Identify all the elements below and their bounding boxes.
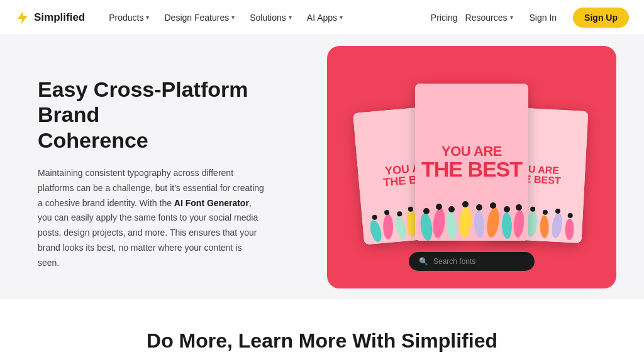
- pink-card: YOU AR THE BES: [327, 46, 616, 288]
- svg-point-35: [540, 216, 549, 238]
- chevron-down-icon: ▾: [340, 14, 343, 21]
- svg-point-25: [448, 206, 455, 212]
- design-card-center: YOU ARE THE BEST: [415, 84, 528, 241]
- svg-point-21: [501, 212, 512, 239]
- svg-point-1: [368, 219, 384, 243]
- svg-point-22: [513, 209, 525, 238]
- svg-point-27: [476, 204, 482, 211]
- chevron-down-icon: ▾: [146, 14, 149, 21]
- svg-point-42: [543, 210, 548, 215]
- logo-bolt-icon: [15, 10, 30, 25]
- svg-point-10: [397, 211, 402, 217]
- nav-item-design-features[interactable]: Design Features ▾: [158, 9, 241, 26]
- svg-point-23: [423, 208, 430, 214]
- svg-point-20: [486, 207, 501, 238]
- card-center-text-bottom: THE BEST: [421, 158, 522, 180]
- svg-point-41: [530, 207, 535, 212]
- svg-point-43: [555, 209, 560, 214]
- hero-left-panel: Easy Cross-Platform Brand Coherence Main…: [38, 64, 289, 271]
- search-icon: 🔍: [419, 257, 428, 266]
- hero-section: Easy Cross-Platform Brand Coherence Main…: [0, 35, 644, 299]
- nav-left-items: Products ▾ Design Features ▾ Solutions ▾…: [103, 9, 431, 26]
- cards-stack: YOU AR THE BES: [346, 65, 597, 241]
- nav-right-items: Pricing Resources ▾ Sign In Sign Up: [431, 8, 629, 28]
- svg-point-18: [458, 206, 472, 238]
- svg-point-3: [394, 215, 408, 240]
- chevron-down-icon: ▾: [510, 14, 513, 21]
- font-search-bar[interactable]: 🔍 Search fonts: [409, 252, 535, 271]
- logo-link[interactable]: Simplified: [15, 10, 85, 25]
- hero-description: Maintaining consistent typography across…: [38, 166, 264, 271]
- svg-point-26: [462, 201, 469, 207]
- bottom-heading: Do More, Learn More With Simplified: [13, 329, 631, 353]
- hero-heading: Easy Cross-Platform Brand Coherence: [38, 77, 289, 153]
- nav-item-ai-apps[interactable]: AI Apps ▾: [301, 9, 349, 26]
- chevron-down-icon: ▾: [231, 14, 235, 21]
- svg-point-19: [473, 210, 485, 238]
- logo-text: Simplified: [34, 11, 85, 24]
- svg-point-9: [384, 210, 390, 216]
- navbar: Simplified Products ▾ Design Features ▾ …: [0, 0, 644, 35]
- svg-point-28: [490, 202, 496, 209]
- nav-item-products[interactable]: Products ▾: [103, 9, 155, 26]
- svg-point-17: [445, 211, 458, 240]
- signin-button[interactable]: Sign In: [521, 9, 566, 26]
- svg-point-30: [516, 204, 522, 211]
- svg-point-36: [550, 212, 564, 239]
- bottom-section: Do More, Learn More With Simplified: [0, 299, 644, 362]
- svg-point-15: [419, 212, 434, 241]
- svg-marker-0: [18, 11, 28, 24]
- svg-point-24: [436, 204, 442, 210]
- chevron-down-icon: ▾: [289, 14, 292, 21]
- nav-pricing-link[interactable]: Pricing: [431, 13, 458, 23]
- hero-right-panel: YOU AR THE BES: [327, 46, 616, 288]
- nav-item-resources[interactable]: Resources ▾: [465, 13, 513, 23]
- svg-point-2: [383, 214, 393, 239]
- svg-point-44: [567, 213, 572, 218]
- hero-desc-after-bold: , you can easily apply the same fonts to…: [38, 198, 258, 268]
- nav-item-solutions[interactable]: Solutions ▾: [243, 9, 298, 26]
- svg-point-8: [372, 214, 377, 220]
- hero-bold-text: AI Font Generator: [174, 198, 249, 208]
- svg-point-37: [565, 219, 574, 240]
- svg-point-29: [504, 206, 510, 212]
- card-center-text-top: YOU ARE: [441, 145, 502, 158]
- signup-button[interactable]: Sign Up: [573, 8, 629, 28]
- search-placeholder-text: Search fonts: [433, 257, 475, 266]
- svg-point-16: [432, 207, 447, 239]
